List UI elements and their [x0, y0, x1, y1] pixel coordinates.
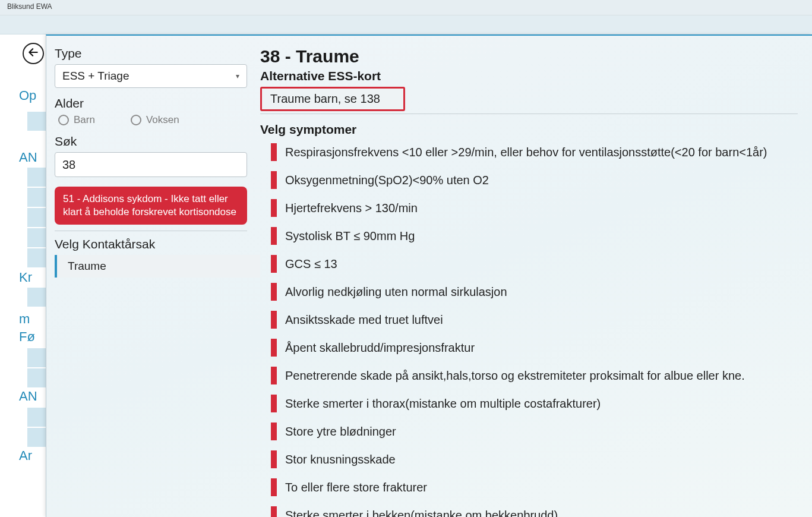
priority-red-bar-icon — [271, 283, 277, 301]
symptom-text: Sterke smerter i thorax(mistanke om mult… — [285, 397, 601, 411]
search-label: Søk — [55, 134, 248, 149]
symptom-text: GCS ≤ 13 — [285, 257, 337, 271]
priority-red-bar-icon — [271, 478, 277, 496]
symptom-item[interactable]: Oksygenmetning(SpO2)<90% uten O2 — [271, 168, 798, 192]
age-label: Alder — [55, 96, 248, 111]
symptom-text: Respirasjonsfrekvens <10 eller >29/min, … — [285, 146, 767, 159]
priority-red-bar-icon — [271, 423, 277, 440]
symptom-item[interactable]: Alvorlig nedkjøling uten normal sirkulas… — [271, 280, 798, 304]
symptom-text: To eller flere store frakturer — [285, 481, 427, 494]
addison-warning[interactable]: 51 - Addisons sykdom - Ikke tatt eller k… — [55, 187, 247, 225]
age-radio-adult[interactable]: Voksen — [131, 114, 179, 126]
symptom-item[interactable]: Ansiktsskade med truet luftvei — [271, 308, 798, 332]
panel-left: Type ESS + Triage ▾ Alder Barn Voksen Sø… — [46, 36, 255, 517]
addison-warning-text: 51 - Addisons sykdom - Ikke tatt eller k… — [63, 193, 236, 217]
symptom-item[interactable]: Penetrerende skade på ansikt,hals,torso … — [271, 364, 798, 387]
top-toolbar-band — [0, 15, 812, 34]
age-radio-child-label: Barn — [74, 114, 95, 126]
age-radio-adult-label: Voksen — [146, 114, 179, 126]
contact-reason-label: Velg Kontaktårsak — [55, 237, 248, 251]
symptom-text: Åpent skallebrudd/impresjonsfraktur — [285, 341, 475, 355]
symptom-item[interactable]: Sterke smerter i thorax(mistanke om mult… — [271, 392, 798, 415]
symptom-item[interactable]: Sterke smerter i bekken(mistanke om bekk… — [271, 503, 798, 517]
age-radio-child[interactable]: Barn — [58, 114, 95, 126]
window-titlebar: Bliksund EWA — [0, 0, 812, 15]
contact-reason-item-traume[interactable]: Traume — [55, 255, 260, 278]
symptom-item[interactable]: Respirasjonsfrekvens <10 eller >29/min, … — [271, 140, 798, 164]
symptom-heading: Velg symptomer — [260, 122, 798, 137]
symptom-item[interactable]: To eller flere store frakturer — [271, 475, 798, 499]
symptom-item[interactable]: Systolisk BT ≤ 90mm Hg — [271, 224, 798, 248]
alt-ess-card-traume-barn[interactable]: Traume barn, se 138 — [260, 87, 405, 111]
type-label: Type — [55, 46, 248, 61]
back-button[interactable] — [23, 43, 44, 64]
priority-red-bar-icon — [271, 367, 277, 384]
priority-red-bar-icon — [271, 255, 277, 273]
app-title: Bliksund EWA — [7, 2, 52, 11]
priority-red-bar-icon — [271, 395, 277, 412]
priority-red-bar-icon — [271, 339, 277, 357]
alt-card-row: Traume barn, se 138 — [260, 87, 798, 114]
symptom-item[interactable]: Stor knusningsskade — [271, 447, 798, 471]
panel-right: 38 - Traume Alternative ESS-kort Traume … — [255, 36, 812, 517]
symptom-text: Hjertefrekvens > 130/min — [285, 201, 418, 215]
alt-ess-heading: Alternative ESS-kort — [260, 69, 798, 83]
divider — [55, 231, 247, 231]
alt-ess-card-label: Traume barn, se 138 — [270, 92, 380, 105]
symptom-text: Oksygenmetning(SpO2)<90% uten O2 — [285, 174, 489, 187]
divider — [260, 114, 798, 114]
priority-red-bar-icon — [271, 143, 277, 161]
triage-panel: Type ESS + Triage ▾ Alder Barn Voksen Sø… — [46, 34, 812, 517]
symptom-text: Sterke smerter i bekken(mistanke om bekk… — [285, 509, 558, 518]
symptom-text: Store ytre blødninger — [285, 425, 396, 439]
symptom-list: Respirasjonsfrekvens <10 eller >29/min, … — [260, 140, 798, 517]
symptom-item[interactable]: Hjertefrekvens > 130/min — [271, 196, 798, 220]
symptom-item[interactable]: Åpent skallebrudd/impresjonsfraktur — [271, 336, 798, 360]
contact-reason-item-label: Traume — [68, 260, 106, 273]
priority-red-bar-icon — [271, 450, 277, 468]
priority-red-bar-icon — [271, 506, 277, 517]
priority-red-bar-icon — [271, 311, 277, 329]
symptom-text: Stor knusningsskade — [285, 453, 396, 466]
page-title: 38 - Traume — [260, 46, 798, 67]
priority-red-bar-icon — [271, 199, 277, 217]
symptom-text: Penetrerende skade på ansikt,hals,torso … — [285, 369, 745, 383]
content-area: Op AN Kr m Fø AN Ar Type ESS + Triage ▾ … — [0, 34, 812, 517]
symptom-item[interactable]: Store ytre blødninger — [271, 420, 798, 443]
radio-icon — [131, 115, 141, 125]
symptom-text: Systolisk BT ≤ 90mm Hg — [285, 229, 415, 243]
radio-icon — [58, 115, 69, 125]
type-select[interactable]: ESS + Triage ▾ — [55, 64, 247, 88]
symptom-item[interactable]: GCS ≤ 13 — [271, 252, 798, 276]
priority-red-bar-icon — [271, 227, 277, 245]
arrow-left-icon — [27, 46, 39, 61]
chevron-down-icon: ▾ — [236, 72, 239, 80]
search-input[interactable] — [55, 152, 247, 177]
type-select-value: ESS + Triage — [62, 70, 129, 83]
symptom-text: Alvorlig nedkjøling uten normal sirkulas… — [285, 285, 507, 299]
age-radio-group: Barn Voksen — [55, 114, 248, 126]
priority-red-bar-icon — [271, 171, 277, 189]
symptom-text: Ansiktsskade med truet luftvei — [285, 313, 443, 327]
